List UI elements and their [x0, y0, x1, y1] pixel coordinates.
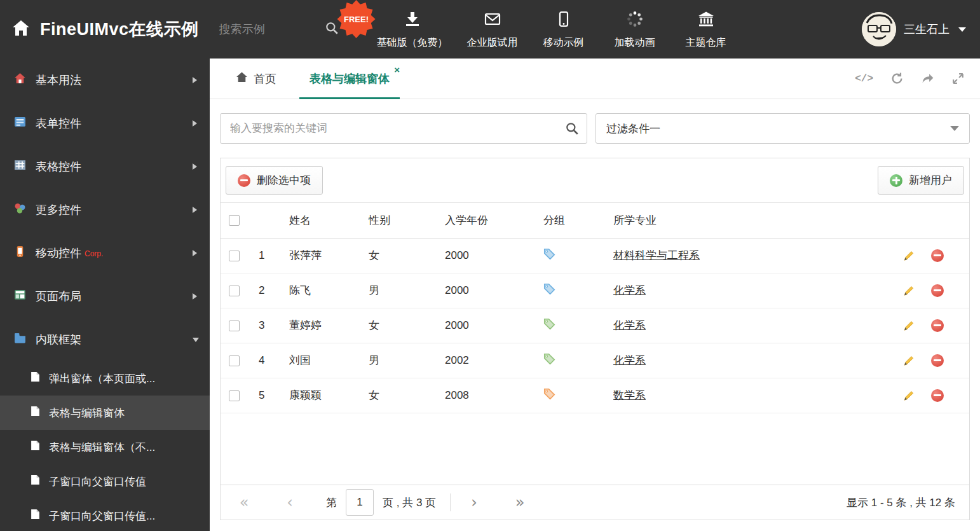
table-row: 2 陈飞 男 2000 化学系	[221, 273, 969, 308]
grid-panel: 删除选中项 新增用户	[220, 158, 970, 520]
page-number-input[interactable]: 1	[346, 489, 374, 516]
major-link[interactable]: 化学系	[613, 319, 646, 331]
col-gender: 性别	[369, 203, 445, 238]
sidebar-subitem-child-to-parent-2[interactable]: 子窗口向父窗口传值...	[0, 499, 210, 531]
col-name: 姓名	[289, 203, 369, 238]
user-menu[interactable]: 三生石上	[862, 12, 966, 46]
add-user-button[interactable]: 新增用户	[878, 166, 964, 195]
major-link[interactable]: 化学系	[613, 284, 646, 296]
sidebar-item-form-controls[interactable]: 表单控件	[0, 102, 210, 145]
edit-icon[interactable]	[902, 284, 915, 297]
cell-year: 2008	[445, 378, 543, 413]
sidebar: 基本用法 表单控件 表格控件 更多控件 移动控件 Corp.	[0, 59, 210, 531]
sidebar-item-basic-usage[interactable]: 基本用法	[0, 59, 210, 102]
filter-dropdown[interactable]: 过滤条件一	[595, 113, 970, 144]
code-icon[interactable]: </>	[855, 73, 873, 85]
sidebar-item-mobile-controls[interactable]: 移动控件 Corp.	[0, 231, 210, 275]
chevron-right-icon	[193, 77, 197, 83]
sidebar-subitem-grid-edit-window-2[interactable]: 表格与编辑窗体（不...	[0, 430, 210, 464]
cell-gender: 女	[369, 308, 445, 343]
nav-item-basic-free[interactable]: FREE! 基础版（免费）	[368, 0, 457, 59]
bank-icon	[697, 10, 715, 31]
data-table: 姓名 性别 入学年份 分组 所学专业 1 张萍萍	[221, 203, 969, 413]
major-link[interactable]: 化学系	[613, 354, 646, 366]
delete-icon[interactable]	[931, 284, 944, 297]
nav-label: 加载动画	[615, 36, 655, 50]
edit-icon[interactable]	[902, 389, 915, 402]
edit-icon[interactable]	[902, 249, 915, 262]
chevron-down-icon	[193, 338, 199, 342]
nav-label: 主题仓库	[686, 36, 726, 50]
user-name: 三生石上	[904, 22, 949, 37]
col-group: 分组	[543, 203, 613, 238]
close-icon[interactable]: ×	[394, 64, 400, 75]
cell-gender: 男	[369, 273, 445, 308]
button-label: 删除选中项	[257, 173, 311, 188]
add-icon	[890, 174, 902, 187]
download-icon	[404, 10, 421, 31]
keyword-search-input[interactable]	[220, 113, 587, 144]
row-checkbox[interactable]	[229, 355, 240, 366]
search-icon[interactable]	[565, 121, 579, 138]
envelope-icon	[484, 10, 501, 31]
tab-tools: </>	[855, 59, 970, 99]
table-row: 1 张萍萍 女 2000 材料科学与工程系	[221, 238, 969, 273]
sidebar-item-grid-controls[interactable]: 表格控件	[0, 145, 210, 188]
delete-icon[interactable]	[931, 354, 944, 367]
delete-icon[interactable]	[931, 389, 944, 402]
first-page-button[interactable]: «	[235, 495, 254, 510]
nav-item-theme-repo[interactable]: 主题仓库	[670, 0, 742, 59]
next-page-button[interactable]: ›	[465, 495, 484, 510]
cell-year: 2000	[445, 308, 543, 343]
app: FineUIMvc在线示例 FREE! 基础版（免费） 企业版试用	[0, 0, 980, 531]
nav-item-enterprise-trial[interactable]: 企业版试用	[457, 0, 528, 59]
sidebar-item-page-layout[interactable]: 页面布局	[0, 275, 210, 318]
sidebar-item-more-controls[interactable]: 更多控件	[0, 188, 210, 231]
major-link[interactable]: 材料科学与工程系	[613, 249, 700, 261]
widgets-icon	[14, 202, 26, 217]
sidebar-subitem-grid-edit-window[interactable]: 表格与编辑窗体	[0, 396, 210, 430]
nav-item-mobile-demo[interactable]: 移动示例	[528, 0, 599, 59]
share-icon[interactable]	[921, 72, 934, 85]
last-page-button[interactable]: »	[510, 495, 529, 510]
corp-badge: Corp.	[85, 249, 103, 258]
delete-selected-button[interactable]: 删除选中项	[226, 166, 323, 195]
col-major: 所学专业	[613, 203, 874, 238]
header-search-input[interactable]	[219, 23, 315, 36]
pager-divider	[450, 493, 451, 511]
major-link[interactable]: 数学系	[613, 389, 646, 401]
sidebar-item-inline-frame[interactable]: 内联框架	[0, 318, 210, 361]
row-index: 5	[259, 378, 289, 413]
cell-name: 康颖颖	[289, 378, 369, 413]
select-all-checkbox[interactable]	[229, 215, 240, 226]
cell-year: 2000	[445, 273, 543, 308]
delete-icon[interactable]	[931, 249, 944, 262]
nav-label: 移动示例	[543, 36, 584, 50]
chevron-down-icon	[950, 126, 959, 131]
tab-home[interactable]: 首页	[232, 59, 280, 99]
sidebar-subitem-child-to-parent[interactable]: 子窗口向父窗口传值	[0, 464, 210, 499]
sidebar-subitem-popup-window[interactable]: 弹出窗体（本页面或...	[0, 361, 210, 396]
edit-icon[interactable]	[902, 354, 915, 367]
expand-icon[interactable]	[951, 72, 965, 85]
edit-icon[interactable]	[902, 319, 915, 332]
row-checkbox[interactable]	[229, 286, 240, 296]
chevron-right-icon	[193, 163, 197, 170]
prev-page-button[interactable]: ‹	[280, 495, 299, 510]
tag-icon	[543, 283, 555, 295]
col-actions	[874, 203, 969, 238]
table-row: 5 康颖颖 女 2008 数学系	[221, 378, 969, 413]
row-checkbox[interactable]	[229, 251, 240, 261]
tab-grid-edit-window[interactable]: 表格与编辑窗体 ×	[299, 59, 400, 99]
cell-gender: 男	[369, 343, 445, 378]
table-row: 4 刘国 男 2002 化学系	[221, 343, 969, 378]
nav-item-loading-animation[interactable]: 加载动画	[599, 0, 670, 59]
row-index: 1	[259, 238, 289, 273]
filter-dropdown-value: 过滤条件一	[606, 121, 660, 136]
search-icon[interactable]	[325, 21, 339, 38]
delete-icon[interactable]	[931, 319, 944, 332]
row-checkbox[interactable]	[229, 321, 240, 331]
top-bar: FineUIMvc在线示例 FREE! 基础版（免费） 企业版试用	[0, 0, 980, 59]
refresh-icon[interactable]	[890, 72, 904, 85]
row-checkbox[interactable]	[229, 390, 240, 401]
